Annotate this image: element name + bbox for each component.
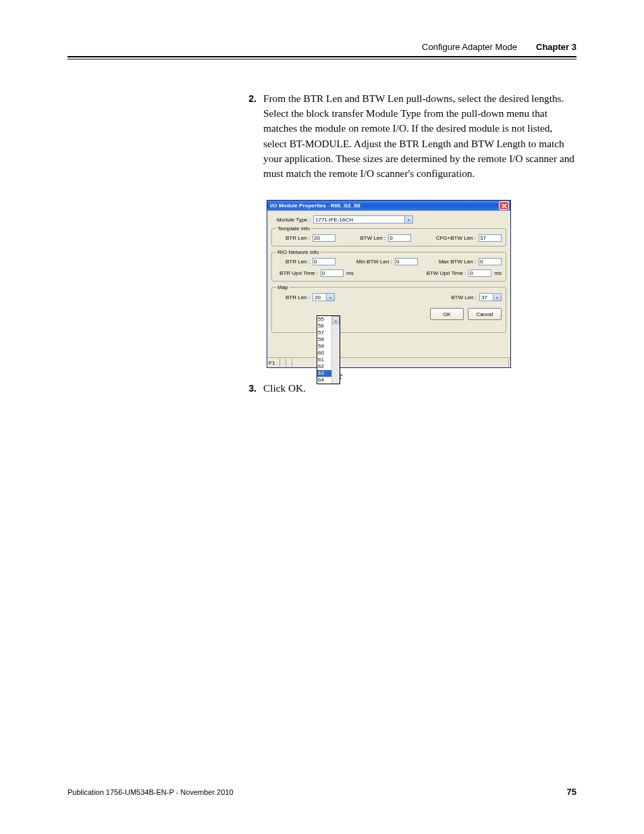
page-header: Configure Adapter Mode Chapter 3: [68, 42, 576, 59]
cancel-button[interactable]: Cancel: [468, 308, 502, 320]
step-text: From the BTR Len and BTW Len pull-downs,…: [263, 91, 576, 181]
tpl-cfg-label: CFG+BTW Len :: [436, 235, 476, 241]
ms-unit-1: ms: [346, 270, 354, 276]
rio-maxbtw-label: Max BTW Len :: [439, 259, 476, 265]
publication-id: Publication 1756-UM534B-EN-P - November …: [68, 788, 234, 796]
chevron-down-icon: ▾: [493, 294, 501, 301]
template-legend: Template Info: [276, 226, 311, 232]
tpl-btw-input[interactable]: 0: [388, 234, 411, 242]
rio-maxbtw-input[interactable]: 0: [479, 258, 502, 265]
step-number: 2.: [246, 91, 257, 181]
step-2: 2. From the BTR Len and BTW Len pull-dow…: [265, 91, 576, 186]
map-legend: Map: [276, 284, 290, 290]
template-info-group: Template Info BTR Len : 20 BTW Len : 0 C…: [271, 226, 506, 246]
module-type-value: 1771-IFE-16CH: [314, 217, 353, 223]
rio-btwupd-input[interactable]: 0: [468, 269, 491, 277]
step-3: 3. Click OK.: [246, 381, 576, 401]
status-bar: F1: [267, 357, 510, 367]
dialog-titlebar[interactable]: I/O Module Properties - R00_G2_S0: [267, 201, 510, 211]
rio-minbtw-input[interactable]: 0: [395, 258, 418, 265]
rio-btr-label: BTR Len :: [276, 259, 310, 265]
page-number: 75: [567, 787, 576, 797]
close-icon[interactable]: [499, 201, 509, 210]
step-text: Click OK.: [263, 381, 576, 396]
rio-btrupd-input[interactable]: 0: [321, 269, 344, 277]
module-type-select[interactable]: 1771-IFE-16CH ▾: [313, 215, 413, 224]
status-prefix: F1: [269, 360, 275, 366]
step-number: 3.: [246, 381, 257, 396]
map-group: Map BTR Len : 20 ▾ BTW Len : 37 ▾: [271, 284, 506, 333]
module-type-label: Module Type :: [271, 217, 311, 223]
rio-btwupd-label: BTW Upd Time :: [427, 270, 466, 276]
dialog-title: I/O Module Properties - R00_G2_S0: [270, 203, 360, 209]
rio-btr-input[interactable]: 0: [313, 258, 336, 265]
chevron-down-icon: ▾: [404, 216, 412, 223]
scroll-up-icon[interactable]: ▴: [332, 316, 340, 324]
rio-network-group: RIO Network Info BTR Len : 0 Min BTW Len…: [271, 249, 506, 282]
map-btw-select[interactable]: 37 ▾: [479, 293, 502, 301]
rio-legend: RIO Network Info: [276, 249, 320, 255]
header-section-title: Configure Adapter Mode: [422, 42, 517, 52]
page-footer: Publication 1756-UM534B-EN-P - November …: [68, 787, 576, 797]
rio-btrupd-label: BTR Upd Time :: [276, 270, 318, 276]
map-btw-label: BTW Len :: [451, 294, 477, 301]
ok-button[interactable]: OK: [430, 308, 464, 320]
ms-unit-2: ms: [494, 270, 502, 276]
tpl-btr-label: BTR Len :: [276, 235, 310, 241]
map-btr-select[interactable]: 20 ▾: [313, 293, 335, 301]
map-btr-label: BTR Len :: [276, 294, 310, 301]
tpl-btw-label: BTW Len :: [360, 235, 385, 241]
rio-minbtw-label: Min BTW Len :: [356, 259, 392, 265]
btr-len-dropdown-list[interactable]: 55 56 57 58 59 60 61 62 63 64 ▴: [317, 315, 340, 384]
tpl-btr-input[interactable]: 20: [313, 234, 336, 242]
chevron-down-icon: ▾: [326, 294, 334, 301]
header-chapter-label: Chapter 3: [536, 42, 576, 52]
io-module-properties-dialog: I/O Module Properties - R00_G2_S0 Module…: [267, 200, 511, 368]
scrollbar[interactable]: ▴: [331, 316, 340, 384]
tpl-cfg-input[interactable]: 37: [479, 234, 502, 242]
